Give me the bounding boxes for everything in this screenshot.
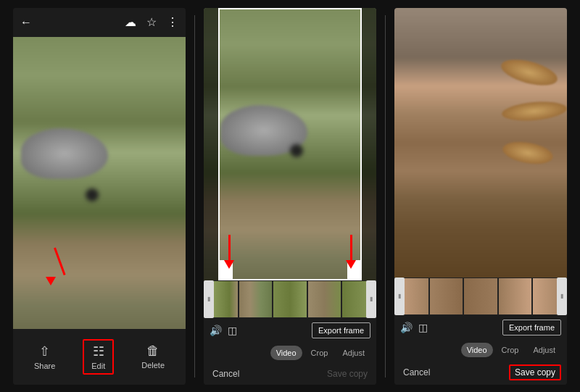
controls-bar-3: 🔊 ◫ Export frame [394,315,567,340]
save-copy-btn-3[interactable]: Save copy [509,364,561,380]
export-frame-btn-2[interactable]: Export frame [312,322,370,338]
red-arrow-2a [224,235,234,269]
frame-3 [273,280,307,318]
frame-3-2 [429,278,464,315]
tab-crop-3[interactable]: Crop [496,343,525,357]
controls-bar-2: 🔊 ◫ Export frame [204,318,376,343]
frame-1 [204,280,239,318]
image-area-2 [204,8,376,280]
top-bar-icons: ☁ ☆ ⋮ [125,15,178,29]
frame-3-3 [463,278,498,315]
frame-2 [239,280,273,318]
save-copy-btn-2[interactable]: Save copy [324,367,370,380]
timeline-strip-2[interactable] [204,280,376,318]
bottom-bar-1: ⇧ Share ☷ Edit 🗑 Delete [13,329,186,385]
timeline-frames-3 [394,278,567,315]
star-icon[interactable]: ☆ [146,15,157,29]
bottom-actions: ⇧ Share ☷ Edit 🗑 Delete [13,335,186,382]
tab-crop-2[interactable]: Crop [305,346,334,360]
frame-5 [341,280,376,318]
photo-background-3 [394,8,567,278]
footer-row-3: Cancel Save copy [394,360,567,385]
cloud-upload-icon[interactable]: ☁ [125,15,136,29]
crop-border [218,8,362,280]
red-arrow-1 [53,248,56,285]
cancel-btn-2[interactable]: Cancel [210,367,242,380]
volume-icon-2[interactable]: 🔊 [210,325,222,336]
tab-video-3[interactable]: Video [461,343,493,357]
edit-action[interactable]: ☷ Edit [83,339,114,375]
top-bar-1: ← ☁ ☆ ⋮ [13,8,186,37]
red-arrow-2b [346,235,356,269]
photo-sim-1 [13,37,186,329]
volume-icon-3[interactable]: 🔊 [400,322,413,333]
back-icon[interactable]: ← [20,16,32,29]
image-area-3 [394,8,567,278]
footer-row-2: Cancel Save copy [204,363,376,385]
frame-3-5 [532,278,567,315]
frame-3-1 [394,278,429,315]
delete-icon: 🗑 [146,343,160,359]
screen-icon-3[interactable]: ◫ [418,322,428,333]
delete-action[interactable]: 🗑 Delete [141,343,165,370]
tab-adjust-3[interactable]: Adjust [527,343,561,357]
divider-2 [385,15,386,378]
delete-label: Delete [141,361,165,370]
panel-2: 🔊 ◫ Export frame Video Crop Adjust Cance… [204,8,376,385]
crop-dim-left [204,8,218,280]
panel-1: ← ☁ ☆ ⋮ ⇧ Share [13,8,186,385]
tab-video-2[interactable]: Video [270,346,302,360]
main-container: ← ☁ ☆ ⋮ ⇧ Share [0,0,580,392]
share-label: Share [34,362,55,370]
timeline-strip-3[interactable] [394,278,567,315]
export-frame-btn-3[interactable]: Export frame [502,320,561,335]
photo-sim-3 [394,8,567,278]
cancel-btn-3[interactable]: Cancel [400,366,433,379]
crop-dim-right [362,8,376,280]
divider-1 [194,15,195,378]
photo-background-1 [13,37,186,329]
tab-adjust-2[interactable]: Adjust [336,346,370,360]
dark-spot-1 [86,188,99,201]
share-icon: ⇧ [39,343,50,359]
tabs-row-3: Video Crop Adjust [394,340,567,360]
edit-label: Edit [91,362,105,370]
tabs-row-2: Video Crop Adjust [204,343,376,363]
more-vert-icon[interactable]: ⋮ [167,15,178,29]
screen-icon-2[interactable]: ◫ [228,325,237,336]
frame-3-4 [498,278,533,315]
panel-3: 🔊 ◫ Export frame Video Crop Adjust Cance… [394,8,567,385]
share-action[interactable]: ⇧ Share [34,343,55,370]
edit-icon: ☷ [93,343,104,359]
frame-4 [307,280,342,318]
image-area-1 [13,37,186,329]
timeline-frames [204,280,376,318]
